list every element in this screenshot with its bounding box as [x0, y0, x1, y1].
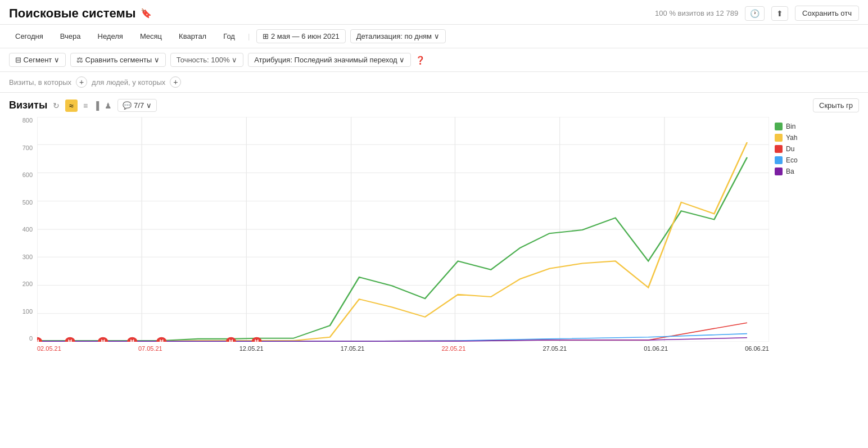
- compare-segments-btn[interactable]: ⚖ Сравнить сегменты ∨: [70, 53, 166, 67]
- chart-container: 800 700 600 500 400 300 200 100 0: [9, 117, 859, 364]
- legend-item-eco[interactable]: Eco: [775, 156, 859, 164]
- segments-count-label: 💬: [123, 101, 132, 110]
- segment-row: Визиты, в которых + для людей, у которых…: [0, 72, 868, 93]
- legend-color-du: [775, 145, 783, 153]
- detail-btn[interactable]: Детализация: по дням ∨: [350, 29, 446, 43]
- segments-count-value: 7/7: [134, 101, 144, 110]
- accuracy-btn[interactable]: Точность: 100% ∨: [170, 53, 243, 67]
- date-range-btn[interactable]: ⊞ 2 мая — 6 июн 2021: [256, 29, 345, 43]
- segment-btn[interactable]: ⊟ Сегмент ∨: [9, 53, 66, 67]
- clock-icon-btn[interactable]: 🕐: [745, 6, 765, 21]
- legend-item-du[interactable]: Du: [775, 145, 859, 153]
- y-axis: 800 700 600 500 400 300 200 100 0: [9, 117, 37, 342]
- line-chart-btn[interactable]: ≈: [65, 99, 78, 112]
- chevron-down-icon: ∨: [146, 101, 152, 110]
- tab-month[interactable]: Месяц: [134, 29, 168, 43]
- segments-count-btn[interactable]: 💬 7/7 ∨: [117, 99, 157, 112]
- legend-color-eco: [775, 156, 783, 164]
- save-button[interactable]: Сохранить отч: [795, 6, 859, 21]
- period-toolbar: Сегодня Вчера Неделя Месяц Квартал Год |…: [0, 25, 868, 48]
- attribution-btn[interactable]: Атрибуция: Последний значимый переход ∨: [248, 53, 411, 67]
- y-label-800: 800: [22, 117, 33, 124]
- y-label-300: 300: [22, 254, 33, 260]
- separator: |: [248, 32, 250, 40]
- legend-label-ba: Ba: [786, 168, 794, 175]
- area-chart-btn[interactable]: ≡: [83, 101, 88, 110]
- tab-week[interactable]: Неделя: [92, 29, 129, 43]
- x-label-7: 01.06.21: [644, 345, 668, 352]
- x-label-8: 06.06.21: [745, 345, 769, 352]
- visits-info: 100 % визитов из 12 789: [655, 9, 738, 17]
- legend-label-eco: Eco: [786, 156, 798, 164]
- hide-chart-btn[interactable]: Скрыть гр: [813, 98, 859, 112]
- help-icon[interactable]: ❓: [415, 56, 425, 65]
- x-label-6: 27.05.21: [542, 345, 567, 352]
- add-people-condition-btn[interactable]: +: [170, 76, 181, 88]
- legend-item-ba[interactable]: Ba: [775, 168, 859, 175]
- tab-quarter[interactable]: Квартал: [173, 29, 213, 43]
- x-label-1: 02.05.21: [37, 345, 61, 352]
- legend-color-bing: [775, 123, 783, 130]
- y-label-400: 400: [22, 226, 33, 233]
- add-visit-condition-btn[interactable]: +: [76, 76, 87, 88]
- chart-legend: Bin Yah Du Eco Ba: [775, 117, 859, 175]
- segment-middle: для людей, у которых: [92, 78, 165, 87]
- y-label-200: 200: [22, 280, 33, 287]
- x-label-4: 17.05.21: [341, 345, 365, 352]
- legend-label-bing: Bin: [786, 123, 795, 130]
- legend-item-yahoo[interactable]: Yah: [775, 134, 859, 142]
- chart-title: Визиты: [9, 99, 47, 111]
- chart-drawing-area: H H H H H H H: [37, 117, 769, 342]
- y-label-0: 0: [29, 335, 33, 342]
- bookmark-icon[interactable]: 🔖: [141, 8, 152, 19]
- filters-bar: ⊟ Сегмент ∨ ⚖ Сравнить сегменты ∨ Точнос…: [0, 48, 868, 72]
- header-right: 100 % визитов из 12 789 🕐 ⬆ Сохранить от…: [655, 6, 859, 21]
- x-label-2: 07.05.21: [138, 345, 162, 352]
- chart-header: Визиты ↻ ≈ ≡ ▐ ♟ 💬 7/7 ∨ Скрыть гр: [9, 98, 859, 112]
- y-label-500: 500: [22, 199, 33, 206]
- legend-item-bing[interactable]: Bin: [775, 123, 859, 130]
- header: Поисковые системы 🔖 100 % визитов из 12 …: [0, 0, 868, 25]
- export-icon-btn[interactable]: ⬆: [771, 6, 788, 21]
- x-label-3: 12.05.21: [239, 345, 264, 352]
- x-label-5: 22.05.21: [442, 345, 466, 352]
- legend-color-ba: [775, 168, 783, 175]
- chart-section: Визиты ↻ ≈ ≡ ▐ ♟ 💬 7/7 ∨ Скрыть гр 800 7…: [0, 93, 868, 370]
- bar-chart-btn[interactable]: ▐: [93, 101, 99, 110]
- x-axis: 02.05.21 07.05.21 12.05.21 17.05.21 22.0…: [37, 342, 769, 364]
- y-label-600: 600: [22, 171, 33, 178]
- legend-label-du: Du: [786, 145, 794, 153]
- tab-year[interactable]: Год: [217, 29, 241, 43]
- legend-color-yahoo: [775, 134, 783, 142]
- segment-prefix: Визиты, в которых: [9, 78, 71, 87]
- tab-yesterday[interactable]: Вчера: [54, 29, 87, 43]
- legend-label-yahoo: Yah: [786, 134, 797, 142]
- header-left: Поисковые системы 🔖: [9, 6, 152, 21]
- chart-svg: H H H H H H H: [37, 117, 769, 342]
- page-title: Поисковые системы: [9, 6, 136, 21]
- person-icon-btn[interactable]: ♟: [105, 101, 112, 110]
- refresh-icon-btn[interactable]: ↻: [53, 101, 60, 110]
- tab-today[interactable]: Сегодня: [9, 29, 49, 43]
- y-label-100: 100: [22, 308, 33, 315]
- y-label-700: 700: [22, 144, 33, 151]
